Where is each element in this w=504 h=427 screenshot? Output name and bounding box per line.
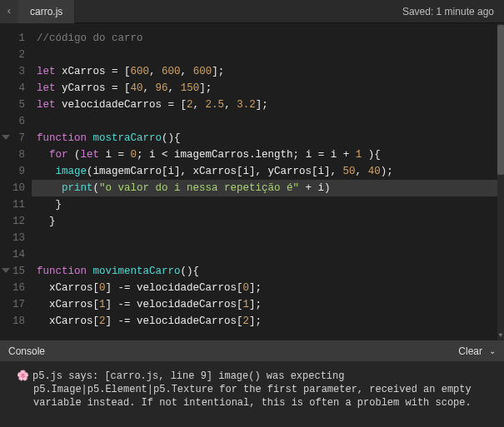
line-number: 11 xyxy=(0,196,32,213)
line-number: 3 xyxy=(0,63,32,80)
line-number: 13 xyxy=(0,230,32,246)
file-tab[interactable]: carro.js xyxy=(18,0,75,23)
line-number: 15 xyxy=(0,263,32,280)
tab-prev-button[interactable]: ‹ xyxy=(0,0,18,23)
line-number: 14 xyxy=(0,246,32,263)
code-line: xCarros[2] -= velocidadeCarros[2]; xyxy=(37,313,504,330)
line-number: 6 xyxy=(0,113,32,130)
line-number: 16 xyxy=(0,280,32,296)
line-number: 4 xyxy=(0,80,32,97)
console-clear-button[interactable]: Clear xyxy=(458,345,482,357)
scroll-down-icon[interactable]: ▼ xyxy=(497,331,504,340)
flower-icon: 🌸 xyxy=(17,370,29,382)
save-status: Saved: 1 minute ago xyxy=(402,6,504,17)
code-line: let xCarros = [600, 600, 600]; xyxy=(37,63,504,80)
code-line: xCarros[0] -= velocidadeCarros[0]; xyxy=(37,280,504,296)
line-number: 5 xyxy=(0,97,32,113)
line-number: 7 xyxy=(0,130,32,146)
line-number: 1 xyxy=(0,30,32,47)
code-line: function mostraCarro(){ xyxy=(37,130,504,146)
code-line: let yCarros = [40, 96, 150]; xyxy=(37,80,504,97)
line-number-gutter: 1 2 3 4 5 6 7 8 9 10 11 12 13 14 15 16 1… xyxy=(0,23,32,340)
code-line: //código do carro xyxy=(37,30,504,47)
code-line: xCarros[1] -= velocidadeCarros[1]; xyxy=(37,296,504,313)
line-number: 12 xyxy=(0,213,32,230)
code-area[interactable]: //código do carro let xCarros = [600, 60… xyxy=(32,23,504,340)
console-header: Console Clear ⌄ xyxy=(0,340,504,361)
chevron-left-icon: ‹ xyxy=(6,5,12,17)
code-line: function movimentaCarro(){ xyxy=(37,263,504,280)
line-number: 18 xyxy=(0,313,32,330)
code-line-active: print("o valor do i nessa repetição é" +… xyxy=(32,180,504,196)
line-number: 10 xyxy=(0,180,32,196)
code-line xyxy=(37,47,504,63)
code-line xyxy=(37,246,504,263)
line-number: 8 xyxy=(0,146,32,163)
code-line: } xyxy=(37,196,504,213)
code-line: for (let i = 0; i < imagemCarros.length;… xyxy=(37,146,504,163)
code-editor[interactable]: 1 2 3 4 5 6 7 8 9 10 11 12 13 14 15 16 1… xyxy=(0,23,504,340)
line-number: 17 xyxy=(0,296,32,313)
tab-bar: ‹ carro.js Saved: 1 minute ago xyxy=(0,0,504,23)
scrollbar-thumb[interactable] xyxy=(497,25,504,175)
code-line xyxy=(37,230,504,246)
vertical-scrollbar[interactable]: ▲ ▼ xyxy=(497,23,504,340)
console-message: p5.js says: [carro.js, line 9] image() w… xyxy=(32,370,472,409)
code-line: } xyxy=(37,213,504,230)
chevron-down-icon[interactable]: ⌄ xyxy=(489,346,496,355)
line-number: 9 xyxy=(0,163,32,180)
code-line: let velocidadeCarros = [2, 2.5, 3.2]; xyxy=(37,97,504,113)
console-title: Console xyxy=(8,345,45,357)
line-number: 2 xyxy=(0,47,32,63)
console-output: 🌸p5.js says: [carro.js, line 9] image() … xyxy=(0,361,504,427)
code-line: image(imagemCarro[i], xCarros[i], yCarro… xyxy=(37,163,504,180)
code-line xyxy=(37,113,504,130)
